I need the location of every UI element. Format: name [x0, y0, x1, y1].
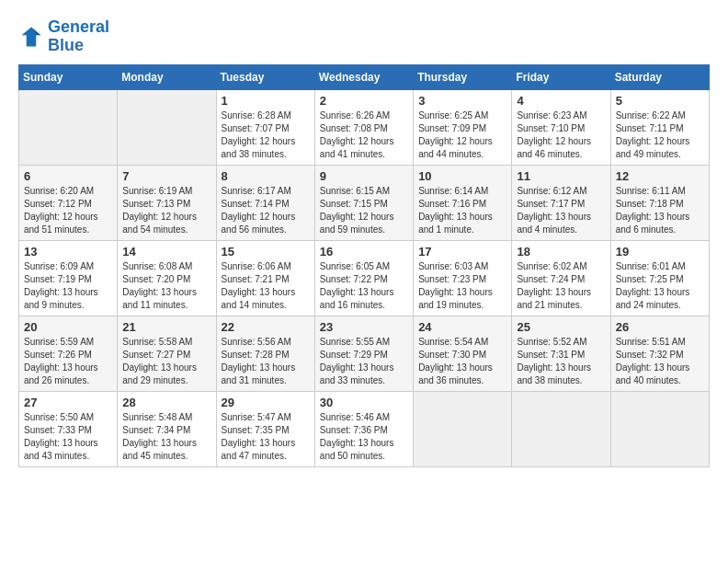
logo: GeneralBlue [18, 18, 109, 55]
calendar-cell: 14Sunrise: 6:08 AM Sunset: 7:20 PM Dayli… [118, 240, 216, 316]
logo-icon [18, 24, 44, 50]
day-number: 25 [517, 320, 605, 334]
calendar-cell [414, 391, 512, 466]
day-info: Sunrise: 5:48 AM Sunset: 7:34 PM Dayligh… [122, 411, 210, 463]
day-number: 3 [418, 94, 506, 108]
calendar-cell: 18Sunrise: 6:02 AM Sunset: 7:24 PM Dayli… [512, 240, 610, 316]
day-number: 8 [222, 169, 310, 183]
day-info: Sunrise: 6:01 AM Sunset: 7:25 PM Dayligh… [616, 260, 704, 312]
day-info: Sunrise: 6:12 AM Sunset: 7:17 PM Dayligh… [517, 185, 605, 236]
day-number: 7 [122, 169, 210, 183]
day-info: Sunrise: 6:28 AM Sunset: 7:07 PM Dayligh… [222, 109, 310, 161]
weekday-header-monday: Monday [118, 64, 216, 89]
day-number: 17 [418, 245, 506, 259]
day-info: Sunrise: 6:22 AM Sunset: 7:11 PM Dayligh… [616, 109, 704, 161]
weekday-header-friday: Friday [512, 64, 610, 89]
day-number: 29 [222, 396, 310, 409]
day-info: Sunrise: 5:47 AM Sunset: 7:35 PM Dayligh… [222, 411, 310, 463]
calendar-cell: 2Sunrise: 6:26 AM Sunset: 7:08 PM Daylig… [314, 89, 413, 165]
weekday-header-saturday: Saturday [610, 64, 709, 89]
day-number: 14 [122, 245, 210, 259]
day-info: Sunrise: 5:58 AM Sunset: 7:27 PM Dayligh… [122, 336, 210, 387]
day-number: 12 [616, 169, 704, 183]
day-info: Sunrise: 6:09 AM Sunset: 7:19 PM Dayligh… [24, 260, 112, 312]
calendar-cell: 1Sunrise: 6:28 AM Sunset: 7:07 PM Daylig… [216, 89, 314, 165]
calendar-cell [512, 391, 610, 466]
day-info: Sunrise: 5:55 AM Sunset: 7:29 PM Dayligh… [320, 336, 408, 387]
day-info: Sunrise: 6:02 AM Sunset: 7:24 PM Dayligh… [517, 260, 605, 312]
calendar-cell: 23Sunrise: 5:55 AM Sunset: 7:29 PM Dayli… [314, 316, 413, 391]
day-number: 5 [616, 94, 704, 108]
calendar-cell: 5Sunrise: 6:22 AM Sunset: 7:11 PM Daylig… [610, 89, 709, 165]
day-info: Sunrise: 6:15 AM Sunset: 7:15 PM Dayligh… [320, 185, 408, 236]
day-number: 1 [222, 94, 310, 108]
svg-marker-0 [22, 27, 41, 46]
calendar-cell: 24Sunrise: 5:54 AM Sunset: 7:30 PM Dayli… [414, 316, 512, 391]
day-info: Sunrise: 5:52 AM Sunset: 7:31 PM Dayligh… [517, 336, 605, 387]
day-info: Sunrise: 6:05 AM Sunset: 7:22 PM Dayligh… [320, 260, 408, 312]
calendar-cell [118, 89, 216, 165]
calendar-cell: 3Sunrise: 6:25 AM Sunset: 7:09 PM Daylig… [414, 89, 512, 165]
day-info: Sunrise: 5:51 AM Sunset: 7:32 PM Dayligh… [616, 336, 704, 387]
day-number: 27 [24, 396, 112, 409]
day-number: 19 [616, 245, 704, 259]
calendar-cell: 25Sunrise: 5:52 AM Sunset: 7:31 PM Dayli… [512, 316, 610, 391]
calendar-table: SundayMondayTuesdayWednesdayThursdayFrid… [18, 64, 710, 467]
logo-text: GeneralBlue [48, 18, 109, 55]
day-info: Sunrise: 5:46 AM Sunset: 7:36 PM Dayligh… [320, 411, 408, 463]
weekday-header-thursday: Thursday [414, 64, 512, 89]
day-number: 4 [517, 94, 605, 108]
day-info: Sunrise: 6:19 AM Sunset: 7:13 PM Dayligh… [122, 185, 210, 236]
calendar-cell: 4Sunrise: 6:23 AM Sunset: 7:10 PM Daylig… [512, 89, 610, 165]
day-number: 24 [418, 320, 506, 334]
day-number: 22 [222, 320, 310, 334]
day-info: Sunrise: 6:17 AM Sunset: 7:14 PM Dayligh… [222, 185, 310, 236]
calendar-cell: 22Sunrise: 5:56 AM Sunset: 7:28 PM Dayli… [216, 316, 314, 391]
calendar-cell: 13Sunrise: 6:09 AM Sunset: 7:19 PM Dayli… [19, 240, 118, 316]
calendar-cell: 6Sunrise: 6:20 AM Sunset: 7:12 PM Daylig… [19, 165, 118, 240]
day-info: Sunrise: 6:06 AM Sunset: 7:21 PM Dayligh… [222, 260, 310, 312]
day-number: 21 [122, 320, 210, 334]
calendar-cell: 26Sunrise: 5:51 AM Sunset: 7:32 PM Dayli… [610, 316, 709, 391]
calendar-cell: 12Sunrise: 6:11 AM Sunset: 7:18 PM Dayli… [610, 165, 709, 240]
weekday-header-tuesday: Tuesday [216, 64, 314, 89]
day-info: Sunrise: 6:14 AM Sunset: 7:16 PM Dayligh… [418, 185, 506, 236]
day-info: Sunrise: 5:56 AM Sunset: 7:28 PM Dayligh… [222, 336, 310, 387]
day-number: 13 [24, 245, 112, 259]
calendar-cell: 29Sunrise: 5:47 AM Sunset: 7:35 PM Dayli… [216, 391, 314, 466]
day-number: 6 [24, 169, 112, 183]
calendar-cell: 28Sunrise: 5:48 AM Sunset: 7:34 PM Dayli… [118, 391, 216, 466]
day-number: 2 [320, 94, 408, 108]
day-info: Sunrise: 6:03 AM Sunset: 7:23 PM Dayligh… [418, 260, 506, 312]
calendar-cell: 17Sunrise: 6:03 AM Sunset: 7:23 PM Dayli… [414, 240, 512, 316]
day-number: 26 [616, 320, 704, 334]
day-number: 30 [320, 396, 408, 409]
day-info: Sunrise: 6:11 AM Sunset: 7:18 PM Dayligh… [616, 185, 704, 236]
calendar-cell: 20Sunrise: 5:59 AM Sunset: 7:26 PM Dayli… [19, 316, 118, 391]
weekday-header-sunday: Sunday [19, 64, 118, 89]
calendar-cell: 19Sunrise: 6:01 AM Sunset: 7:25 PM Dayli… [610, 240, 709, 316]
day-number: 15 [222, 245, 310, 259]
day-info: Sunrise: 5:54 AM Sunset: 7:30 PM Dayligh… [418, 336, 506, 387]
day-info: Sunrise: 5:50 AM Sunset: 7:33 PM Dayligh… [24, 411, 112, 463]
day-info: Sunrise: 6:08 AM Sunset: 7:20 PM Dayligh… [122, 260, 210, 312]
page-header: GeneralBlue [18, 18, 710, 55]
day-number: 28 [122, 396, 210, 409]
calendar-cell [610, 391, 709, 466]
calendar-cell: 27Sunrise: 5:50 AM Sunset: 7:33 PM Dayli… [19, 391, 118, 466]
day-number: 18 [517, 245, 605, 259]
calendar-cell: 30Sunrise: 5:46 AM Sunset: 7:36 PM Dayli… [314, 391, 413, 466]
day-number: 11 [517, 169, 605, 183]
day-number: 23 [320, 320, 408, 334]
weekday-header-wednesday: Wednesday [314, 64, 413, 89]
calendar-cell: 7Sunrise: 6:19 AM Sunset: 7:13 PM Daylig… [118, 165, 216, 240]
day-number: 16 [320, 245, 408, 259]
calendar-cell: 11Sunrise: 6:12 AM Sunset: 7:17 PM Dayli… [512, 165, 610, 240]
day-number: 9 [320, 169, 408, 183]
calendar-cell: 16Sunrise: 6:05 AM Sunset: 7:22 PM Dayli… [314, 240, 413, 316]
day-number: 10 [418, 169, 506, 183]
day-info: Sunrise: 5:59 AM Sunset: 7:26 PM Dayligh… [24, 336, 112, 387]
day-number: 20 [24, 320, 112, 334]
day-info: Sunrise: 6:23 AM Sunset: 7:10 PM Dayligh… [517, 109, 605, 161]
calendar-cell: 10Sunrise: 6:14 AM Sunset: 7:16 PM Dayli… [414, 165, 512, 240]
